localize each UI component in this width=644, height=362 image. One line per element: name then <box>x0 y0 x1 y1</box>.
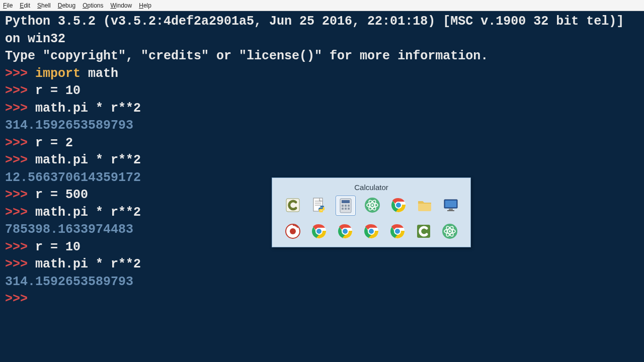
shell-input-line: >>> math.pi * r**2 <box>5 256 639 274</box>
calculator-icon[interactable] <box>336 196 356 216</box>
chrome-icon[interactable] <box>336 222 355 241</box>
svg-rect-23 <box>449 209 453 210</box>
menu-file[interactable]: File <box>3 2 13 9</box>
alt-tab-switcher: Calculator <box>272 177 471 247</box>
shell-input-line: >>> <box>5 291 639 308</box>
svg-rect-6 <box>342 200 350 203</box>
switcher-row-1 <box>277 196 465 216</box>
python-file-icon[interactable] <box>309 196 329 215</box>
atom-icon[interactable] <box>440 222 459 241</box>
shell-input-line: >>> r = 10 <box>5 82 639 100</box>
folder-icon[interactable] <box>415 196 434 215</box>
svg-rect-8 <box>345 205 347 207</box>
svg-point-44 <box>449 230 451 232</box>
chrome-icon[interactable] <box>388 222 407 241</box>
menu-options[interactable]: Options <box>83 2 103 9</box>
svg-rect-11 <box>345 208 347 210</box>
monitor-icon[interactable] <box>441 196 460 215</box>
svg-rect-10 <box>342 208 344 210</box>
svg-rect-12 <box>348 208 350 210</box>
svg-point-26 <box>290 228 296 234</box>
menu-window[interactable]: Window <box>111 2 132 9</box>
shell-output-line: 314.1592653589793 <box>5 274 639 291</box>
switcher-title: Calculator <box>277 183 465 192</box>
menubar: FileEditShellDebugOptionsWindowHelp <box>0 0 644 11</box>
menu-shell[interactable]: Shell <box>37 2 51 9</box>
chrome-icon[interactable] <box>362 222 381 241</box>
svg-rect-24 <box>447 210 454 211</box>
svg-rect-9 <box>348 205 350 207</box>
switcher-row-2 <box>277 222 465 241</box>
svg-rect-22 <box>445 201 456 207</box>
banner-line: Type "copyright", "credits" or "license(… <box>5 48 639 65</box>
recorder-icon[interactable] <box>283 222 302 241</box>
shell-input-line: >>> r = 2 <box>5 135 639 152</box>
atom-icon[interactable] <box>363 196 382 215</box>
chrome-icon[interactable] <box>309 222 329 241</box>
menu-edit[interactable]: Edit <box>20 2 30 9</box>
shell-input-line: >>> import math <box>5 65 639 83</box>
menu-debug[interactable]: Debug <box>58 2 75 9</box>
camtasia-icon[interactable] <box>283 196 302 215</box>
camtasia-green-icon[interactable] <box>414 222 433 241</box>
shell-output-line: 314.1592653589793 <box>5 117 639 135</box>
shell-input-line: >>> math.pi * r**2 <box>5 100 639 118</box>
shell-input-line: >>> math.pi * r**2 <box>5 152 639 169</box>
chrome-icon[interactable] <box>389 196 408 215</box>
svg-rect-7 <box>342 205 344 207</box>
svg-point-17 <box>371 204 373 206</box>
banner-line: Python 3.5.2 (v3.5.2:4def2a2901a5, Jun 2… <box>5 13 639 48</box>
menu-help[interactable]: Help <box>139 2 151 9</box>
